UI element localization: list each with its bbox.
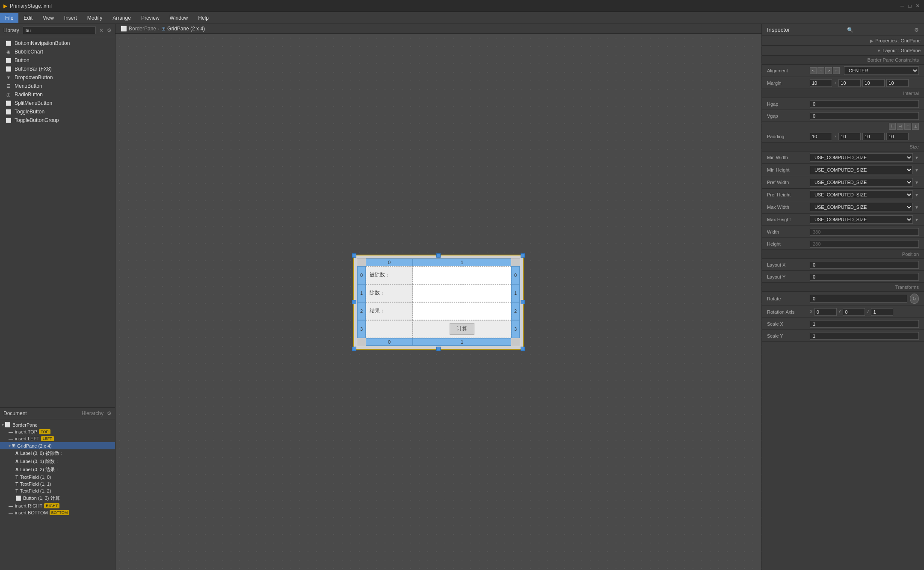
lib-item-radio-button[interactable]: ◎ RadioButton	[0, 90, 115, 99]
rotation-x-input[interactable]	[814, 308, 837, 316]
inspector-layout-tab-row: ▼ Layout : GridPane	[762, 46, 924, 56]
tree-item-textfield-10[interactable]: T TextField (1, 0)	[0, 474, 115, 481]
vgap-input[interactable]	[810, 112, 919, 120]
breadcrumb-borderpane[interactable]: BorderPane	[129, 26, 156, 32]
tree-item-textfield-12[interactable]: T TextField (1, 2)	[0, 487, 115, 494]
cell-1-2[interactable]	[413, 302, 511, 320]
lib-item-menu-button[interactable]: ☰ MenuButton	[0, 82, 115, 90]
menu-view[interactable]: View	[38, 13, 59, 23]
padding-top-input[interactable]	[810, 133, 832, 140]
height-input[interactable]	[810, 240, 919, 248]
tree-item-button-13[interactable]: ⬜ Button (1, 3) 计算	[0, 494, 115, 502]
padding-right-input[interactable]	[838, 133, 861, 140]
menu-window[interactable]: Window	[165, 13, 193, 23]
align-ml-icon[interactable]: ←	[833, 67, 840, 74]
min-height-select[interactable]: USE_COMPUTED_SIZE	[810, 166, 913, 174]
library-clear-icon[interactable]: ✕	[99, 27, 104, 33]
margin-top-input[interactable]	[810, 79, 832, 87]
document-config-icon[interactable]: ⚙	[107, 410, 112, 416]
tab-properties[interactable]: ▶ Properties : GridPane	[762, 36, 924, 45]
scale-y-input[interactable]	[810, 332, 919, 340]
tree-item-label: insert RIGHT	[15, 503, 42, 508]
resize-handle-br[interactable]	[521, 347, 525, 351]
lib-item-toggle-button[interactable]: ⬜ ToggleButton	[0, 107, 115, 116]
menu-edit[interactable]: Edit	[18, 13, 38, 23]
padding-align-icon-4[interactable]: ⊥	[912, 123, 919, 130]
tree-item-label-02[interactable]: A Label (0, 2) 结果：	[0, 466, 115, 474]
calc-button[interactable]: 计算	[450, 323, 474, 335]
align-tr-icon[interactable]: ↗	[825, 67, 832, 74]
lib-item-bubble-chart[interactable]: ◉ BubbleChart	[0, 48, 115, 56]
library-search-input[interactable]	[23, 27, 96, 34]
menu-insert[interactable]: Insert	[59, 13, 82, 23]
maximize-button[interactable]: □	[907, 3, 913, 9]
inspector-search-icon[interactable]: 🔍	[847, 27, 853, 33]
resize-handle-tl[interactable]	[352, 253, 356, 258]
padding-left-input[interactable]	[886, 133, 909, 140]
tab-layout[interactable]: ▼ Layout : GridPane	[762, 46, 924, 55]
tree-item-label-01[interactable]: A Label (0, 1) 除数：	[0, 457, 115, 466]
tree-item-borderpane[interactable]: ▾ ⬜ BorderPane	[0, 421, 115, 428]
lib-item-bottom-nav-button[interactable]: ⬜ BottomNavigationButton	[0, 39, 115, 48]
breadcrumb-label: BorderPane	[129, 26, 156, 32]
max-width-select[interactable]: USE_COMPUTED_SIZE	[810, 203, 913, 211]
rotate-dial[interactable]: ↻	[910, 294, 919, 304]
margin-bottom-input[interactable]	[862, 79, 885, 87]
padding-align-icon-2[interactable]: ⊣	[897, 123, 903, 130]
expand-icon: ▾	[2, 422, 4, 427]
tree-item-label-00[interactable]: A Label (0, 0) 被除数：	[0, 449, 115, 457]
padding-align-icon-3[interactable]: ⊤	[904, 123, 911, 130]
hgap-input[interactable]	[810, 100, 919, 108]
rotation-y-input[interactable]	[843, 308, 865, 316]
menu-file[interactable]: File	[0, 13, 18, 23]
width-input[interactable]	[810, 228, 919, 236]
tree-item-insert-right[interactable]: — insert RIGHT RIGHT	[0, 502, 115, 509]
lib-item-button[interactable]: ⬜ Button	[0, 56, 115, 65]
align-tl-icon[interactable]: ↖	[810, 67, 817, 74]
resize-handle-lm[interactable]	[352, 300, 356, 304]
label-icon: A	[15, 451, 18, 456]
tree-item-gridpane[interactable]: ▾ ⊞ GridPane (2 x 4)	[0, 442, 115, 449]
resize-handle-tr[interactable]	[521, 253, 525, 258]
lib-item-buttonbar[interactable]: ⬜ ButtonBar (FX8)	[0, 65, 115, 73]
resize-handle-bl[interactable]	[352, 347, 356, 351]
resize-handle-tm[interactable]	[436, 253, 441, 258]
menu-preview[interactable]: Preview	[136, 13, 165, 23]
min-width-select[interactable]: USE_COMPUTED_SIZE	[810, 153, 913, 162]
cell-1-1[interactable]	[413, 284, 511, 302]
breadcrumb-gridpane[interactable]: GridPane (2 x 4)	[167, 26, 205, 32]
inspector-config-icon[interactable]: ⚙	[914, 27, 919, 33]
tree-item-insert-top[interactable]: — insert TOP TOP	[0, 428, 115, 435]
resize-handle-rm[interactable]	[521, 300, 525, 304]
padding-align-icon-1[interactable]: ⊢	[889, 123, 896, 130]
align-tc-icon[interactable]: ↑	[817, 67, 824, 74]
tree-item-textfield-11[interactable]: T TextField (1, 1)	[0, 481, 115, 487]
scale-x-input[interactable]	[810, 320, 919, 328]
pref-height-select[interactable]: USE_COMPUTED_SIZE	[810, 190, 913, 199]
lib-item-dropdown-button[interactable]: ▼ DropdownButton	[0, 73, 115, 82]
cell-1-0[interactable]	[413, 266, 511, 284]
max-height-select[interactable]: USE_COMPUTED_SIZE	[810, 215, 913, 224]
rotate-input[interactable]	[810, 295, 907, 303]
tree-item-insert-left[interactable]: — insert LEFT LEFT	[0, 435, 115, 442]
lib-item-toggle-button-group[interactable]: ⬜ ToggleButtonGroup	[0, 116, 115, 125]
layout-y-input[interactable]	[810, 273, 919, 281]
layout-x-input[interactable]	[810, 261, 919, 269]
menu-modify[interactable]: Modify	[82, 13, 107, 23]
pref-width-select[interactable]: USE_COMPUTED_SIZE	[810, 178, 913, 187]
margin-left-input[interactable]	[886, 79, 909, 87]
library-config-icon[interactable]: ⚙	[107, 27, 112, 33]
minimize-button[interactable]: ─	[899, 3, 905, 9]
margin-right-input[interactable]	[838, 79, 861, 87]
resize-handle-bm[interactable]	[436, 347, 441, 351]
rotation-z-input[interactable]	[871, 308, 893, 316]
tree-item-insert-bottom[interactable]: — insert BOTTOM BOTTOM	[0, 509, 115, 516]
tree-item-label: TextField (1, 0)	[20, 475, 51, 480]
alignment-select[interactable]: CENTER TOP_LEFT TOP_CENTER TOP_RIGHT BOT…	[844, 66, 919, 75]
padding-bottom-input[interactable]	[862, 133, 885, 140]
menu-help[interactable]: Help	[193, 13, 214, 23]
lib-item-split-menu-button[interactable]: ⬜ SplitMenuButton	[0, 99, 115, 107]
close-button[interactable]: ✕	[915, 3, 921, 9]
lib-item-label: ButtonBar (FX8)	[15, 66, 52, 72]
menu-arrange[interactable]: Arrange	[107, 13, 136, 23]
